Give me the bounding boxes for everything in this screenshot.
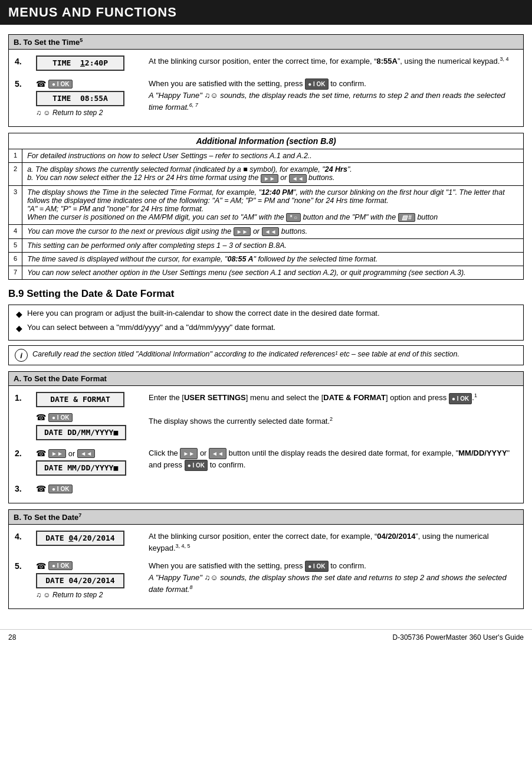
ok-icon-inline-a1: ● I OK bbox=[449, 393, 472, 404]
step-5-desc: When you are satisfied with the setting,… bbox=[149, 77, 517, 113]
hash-btn: ▧ # bbox=[398, 213, 415, 222]
star-btn: * ○ bbox=[286, 213, 301, 222]
arrow-left-a2: ◄◄ bbox=[77, 449, 95, 458]
step-a3-num: 3. bbox=[15, 482, 32, 493]
table-row: 3 The display shows the Time in the sele… bbox=[9, 185, 524, 224]
step-a1-num: 1. bbox=[15, 391, 32, 403]
step-4-desc: At the blinking cursor position, enter t… bbox=[149, 54, 517, 67]
step-4-display: TIME 12:40P bbox=[36, 54, 145, 72]
step-a1-display: DATE & FORMAT ☎ ● I OK DATE DD/MM/YYYY■ bbox=[36, 391, 145, 441]
bullet-item-2: ◆ You can select between a "mm/dd/yyyy" … bbox=[16, 323, 516, 335]
additional-info-section: Additional Information (section B.8) 1 F… bbox=[8, 133, 524, 280]
step-b4-num: 4. bbox=[15, 529, 32, 541]
section-b-date: B. To Set the Date7 4. DATE 04/20/2014 A… bbox=[8, 509, 524, 609]
arrow-left-inline: ◄◄ bbox=[209, 448, 226, 459]
table-row: 7 You can now select another option in t… bbox=[9, 266, 524, 279]
b9-heading: B.9 Setting the Date & Date Format bbox=[8, 288, 524, 300]
arrow-right-icon-2: ►► bbox=[234, 227, 251, 236]
arrow-right-icon: ►► bbox=[261, 174, 278, 183]
ok-icon-inline: ● I OK bbox=[305, 78, 328, 90]
step-a1-desc: Enter the [USER SETTINGS] menu and selec… bbox=[149, 391, 517, 427]
step-a2-num: 2. bbox=[15, 446, 32, 458]
section-b-time-header: B. To Set the Time5 bbox=[9, 35, 523, 50]
step-a2-desc: Click the ►► or ◄◄ button until the disp… bbox=[149, 446, 517, 471]
info-note: i Carefully read the section titled "Add… bbox=[8, 345, 524, 365]
section-b-time: B. To Set the Time5 4. TIME 12:40P At th… bbox=[8, 34, 524, 127]
page-footer: 28 D-305736 PowerMaster 360 User's Guide bbox=[0, 629, 532, 645]
arrow-right-a2: ►► bbox=[48, 449, 66, 458]
happy-tune-b5: ♫ ☺ Return to step 2 bbox=[36, 591, 145, 599]
diamond-icon-2: ◆ bbox=[16, 323, 22, 335]
step-b4-desc: At the blinking cursor position, enter t… bbox=[149, 529, 517, 554]
section-b-date-header: B. To Set the Date7 bbox=[9, 510, 523, 525]
handset-icon: ☎ bbox=[36, 79, 46, 89]
table-row: 1 For detailed instructions on how to se… bbox=[9, 149, 524, 163]
diamond-icon-1: ◆ bbox=[16, 309, 22, 320]
additional-info-table: 1 For detailed instructions on how to se… bbox=[8, 149, 524, 280]
happy-tune-1: ♫ ☺ Return to step 2 bbox=[36, 109, 145, 117]
additional-info-header: Additional Information (section B.8) bbox=[8, 133, 524, 149]
ok-icon-inline-a2: ● I OK bbox=[185, 460, 208, 471]
handset-icon-a3: ☎ bbox=[36, 484, 46, 493]
ok-button-icon: ● I OK bbox=[48, 80, 73, 89]
info-icon: i bbox=[15, 349, 28, 362]
ok-icon-a1: ● I OK bbox=[48, 413, 73, 422]
handset-icon-a2: ☎ bbox=[36, 449, 46, 458]
section-a-date-format-header: A. To Set the Date Format bbox=[9, 372, 523, 386]
arrow-left-icon: ◄◄ bbox=[289, 174, 307, 183]
step-b4-display: DATE 04/20/2014 bbox=[36, 529, 145, 547]
b9-bullets: ◆ Here you can program or adjust the bui… bbox=[8, 305, 524, 341]
bullet-item-1: ◆ Here you can program or adjust the bui… bbox=[16, 309, 516, 320]
ok-icon-b5: ● I OK bbox=[48, 561, 73, 570]
step-b5-num: 5. bbox=[15, 559, 32, 571]
step-a2-display: ☎ ►► or ◄◄ DATE MM/DD/YYYY■ bbox=[36, 446, 145, 477]
handset-icon-b5: ☎ bbox=[36, 561, 46, 571]
info-note-text: Carefully read the section titled "Addit… bbox=[32, 349, 459, 360]
ok-icon-inline-b5: ● I OK bbox=[305, 561, 328, 572]
step-5-num: 5. bbox=[15, 77, 32, 89]
section-a-date-format: A. To Set the Date Format 1. DATE & FORM… bbox=[8, 371, 524, 503]
page-number: 28 bbox=[8, 633, 16, 642]
table-row: 2 a. The display shows the currently sel… bbox=[9, 163, 524, 185]
step-b5-controls: ☎ ● I OK DATE 04/20/2014 ♫ ☺ Return to s… bbox=[36, 559, 145, 599]
step-a3-desc bbox=[149, 482, 517, 483]
step-a3-controls: ☎ ● I OK bbox=[36, 482, 145, 493]
handset-icon-a1: ☎ bbox=[36, 413, 46, 422]
step-5-controls: ☎ ● I OK TIME 08:55A ♫ ☺ Return to step … bbox=[36, 77, 145, 117]
step-b5-desc: When you are satisfied with the setting,… bbox=[149, 559, 517, 595]
arrow-left-icon-2: ◄◄ bbox=[262, 227, 280, 236]
page-header: MENUS AND FUNCTIONS bbox=[0, 0, 532, 25]
table-row: 5 This setting can be performed only aft… bbox=[9, 238, 524, 252]
ok-icon-a3: ● I OK bbox=[48, 485, 73, 493]
table-row: 6 The time saved is displayed without th… bbox=[9, 252, 524, 266]
step-4-num: 4. bbox=[15, 54, 32, 66]
arrow-right-inline: ►► bbox=[180, 448, 198, 459]
table-row: 4 You can move the cursor to the next or… bbox=[9, 224, 524, 238]
product-name: D-305736 PowerMaster 360 User's Guide bbox=[393, 633, 524, 642]
